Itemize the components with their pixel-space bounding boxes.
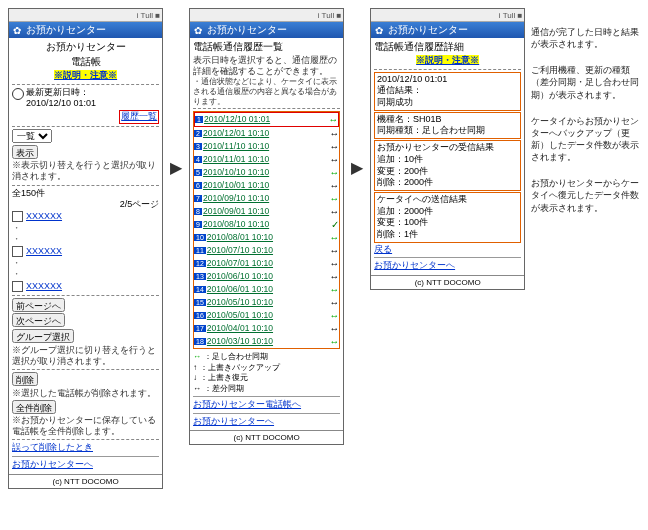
history-item[interactable]: 82010/09/01 10:10↔: [194, 205, 339, 218]
detail-heading: 電話帳通信履歴詳細: [374, 40, 521, 53]
back-link[interactable]: 戻る: [374, 244, 392, 254]
history-item[interactable]: 172010/04/01 10:10↔: [194, 322, 339, 335]
delete-button[interactable]: 削除: [12, 372, 38, 386]
annotation-4: お預かりセンターからケータイへ復元したデータ件数が表示されます。: [531, 177, 640, 213]
titlebar: ✿ お預かりセンター: [190, 22, 343, 38]
statusbar: i Tull ■: [9, 9, 162, 22]
footer: (c) NTT DOCOMO: [190, 430, 343, 444]
gear-icon: ✿: [373, 24, 385, 36]
legend-item: ↑：上書きバックアップ: [193, 363, 340, 373]
heading-line2: 電話帳: [12, 55, 159, 68]
list-item[interactable]: XXXXXX: [12, 281, 159, 293]
entry-list: XXXXXX ・・ XXXXXX ・・ XXXXXX: [12, 211, 159, 293]
annotation-2: ご利用機種、更新の種類（差分同期・足し合わせ同期）が表示されます。: [531, 64, 640, 100]
footer: (c) NTT DOCOMO: [371, 275, 524, 289]
history-item[interactable]: 132010/06/10 10:10↔: [194, 270, 339, 283]
history-item[interactable]: 142010/06/01 10:10↔: [194, 283, 339, 296]
stage: i Tull ■ ✿ お預かりセンター お預かりセンター 電話帳 ※説明・注意※…: [8, 8, 640, 489]
delete-note: ※選択した電話帳が削除されます。: [12, 388, 159, 399]
gear-icon: ✿: [192, 24, 204, 36]
send-delete: 削除：1件: [377, 229, 518, 241]
list-item[interactable]: XXXXXX: [12, 246, 159, 258]
to-phonebook-link[interactable]: お預かりセンター電話帳へ: [193, 399, 301, 409]
updated-value: 2010/12/10 01:01: [26, 98, 96, 108]
statusbar: i Tull ■: [371, 9, 524, 22]
arrow-2: ▶: [350, 8, 364, 177]
history-link[interactable]: 履歴一覧: [121, 111, 157, 121]
delete-all-note: ※お預かりセンターに保存している電話帳を全件削除します。: [12, 415, 159, 437]
send-title: ケータイへの送信結果: [377, 194, 518, 206]
history-item[interactable]: 52010/10/10 10:10↔: [194, 166, 339, 179]
titlebar-text: お預かりセンター: [207, 23, 287, 37]
titlebar: ✿ お預かりセンター: [371, 22, 524, 38]
delete-all-button[interactable]: 全件削除: [12, 400, 56, 414]
history-item[interactable]: 162010/05/01 10:10↔: [194, 309, 339, 322]
group-note: ※グループ選択に切り替えを行うと選択が取り消されます。: [12, 345, 159, 367]
history-instr2: ・通信状態などにより、ケータイに表示される通信履歴の内容と異なる場合があります。: [193, 77, 340, 106]
arrow-icon: ▶: [351, 158, 363, 177]
legend: ↔：足し合わせ同期↑：上書きバックアップ↓：上書き復元↔：差分同期: [193, 352, 340, 394]
detail-block-model: 機種名：SH01B 同期種類：足し合わせ同期: [374, 112, 521, 139]
page-indicator: 2/5ページ: [12, 199, 159, 211]
history-item[interactable]: 182010/03/10 10:10↔: [194, 335, 339, 348]
send-add: 追加：2000件: [377, 206, 518, 218]
history-item[interactable]: 32010/11/10 10:10↔: [194, 140, 339, 153]
screen-history-list: i Tull ■ ✿ お預かりセンター 電話帳通信履歴一覧 表示日時を選択すると…: [189, 8, 344, 445]
send-change: 変更：100件: [377, 217, 518, 229]
detail-result-label: 通信結果：: [377, 85, 518, 97]
clock-icon: [12, 88, 24, 100]
detail-sync-type: 同期種類：足し合わせ同期: [377, 125, 518, 137]
history-list: 12010/12/10 01:01↔22010/12/01 10:10↔3201…: [193, 111, 340, 349]
arrow-1: ▶: [169, 8, 183, 177]
heading-line1: お預かりセンター: [12, 40, 159, 53]
prev-page-button[interactable]: 前ページへ: [12, 298, 65, 312]
titlebar: ✿ お預かりセンター: [9, 22, 162, 38]
next-page-button[interactable]: 次ページへ: [12, 313, 65, 327]
history-item[interactable]: 112010/07/10 10:10↔: [194, 244, 339, 257]
history-item[interactable]: 22010/12/01 10:10↔: [194, 127, 339, 140]
screen-history-detail: i Tull ■ ✿ お預かりセンター 電話帳通信履歴詳細 ※説明・注意※ 20…: [370, 8, 525, 290]
total-count: 全150件: [12, 188, 159, 200]
titlebar-text: お預かりセンター: [26, 23, 106, 37]
history-item[interactable]: 72010/09/10 10:10↔: [194, 192, 339, 205]
to-center-link[interactable]: お預かりセンターへ: [193, 416, 274, 426]
mistake-link[interactable]: 誤って削除したとき: [12, 442, 93, 452]
legend-item: ↔：差分同期: [193, 384, 340, 394]
receive-change: 変更：200件: [377, 166, 518, 178]
history-item[interactable]: 102010/08/01 10:10↔: [194, 231, 339, 244]
switch-note: ※表示切り替えを行うと選択が取り消されます。: [12, 160, 159, 182]
detail-block-send: ケータイへの送信結果 追加：2000件 変更：100件 削除：1件: [374, 192, 521, 243]
receive-add: 追加：10件: [377, 154, 518, 166]
updated-label: 最新更新日時：: [26, 87, 89, 97]
arrow-icon: ▶: [170, 158, 182, 177]
history-item[interactable]: 92010/08/10 10:10✓: [194, 218, 339, 231]
titlebar-text: お預かりセンター: [388, 23, 468, 37]
history-item[interactable]: 152010/05/10 10:10↔: [194, 296, 339, 309]
history-heading: 電話帳通信履歴一覧: [193, 40, 340, 53]
legend-item: ↓：上書き復元: [193, 373, 340, 383]
annotation-column: 通信が完了した日時と結果が表示されます。 ご利用機種、更新の種類（差分同期・足し…: [531, 8, 640, 214]
back-center-link[interactable]: お預かりセンターへ: [12, 459, 93, 469]
annotation-3: ケータイからお預かりセンターへバックアップ（更新）したデータ件数が表示されます。: [531, 115, 640, 164]
detail-block-result: 2010/12/10 01:01 通信結果： 同期成功: [374, 72, 521, 111]
history-item[interactable]: 62010/10/01 10:10↔: [194, 179, 339, 192]
show-button[interactable]: 表示: [12, 145, 38, 159]
to-center-link[interactable]: お預かりセンターへ: [374, 260, 455, 270]
warn-link[interactable]: ※説明・注意※: [416, 55, 479, 65]
detail-result-value: 同期成功: [377, 97, 518, 109]
list-item[interactable]: XXXXXX: [12, 211, 159, 223]
history-instr: 表示日時を選択すると、通信履歴の詳細を確認することができます。: [193, 55, 340, 77]
statusbar: i Tull ■: [190, 9, 343, 22]
group-select-button[interactable]: グループ選択: [12, 329, 74, 343]
gear-icon: ✿: [11, 24, 23, 36]
detail-datetime: 2010/12/10 01:01: [377, 74, 518, 86]
warn-link[interactable]: ※説明・注意※: [54, 70, 117, 80]
receive-delete: 削除：2000件: [377, 177, 518, 189]
legend-item: ↔：足し合わせ同期: [193, 352, 340, 362]
history-item[interactable]: 12010/12/10 01:01↔: [194, 112, 339, 127]
view-select[interactable]: 一覧: [12, 129, 52, 143]
history-item[interactable]: 42010/11/01 10:10↔: [194, 153, 339, 166]
detail-model: 機種名：SH01B: [377, 114, 518, 126]
receive-title: お預かりセンターの受信結果: [377, 142, 518, 154]
history-item[interactable]: 122010/07/01 10:10↔: [194, 257, 339, 270]
